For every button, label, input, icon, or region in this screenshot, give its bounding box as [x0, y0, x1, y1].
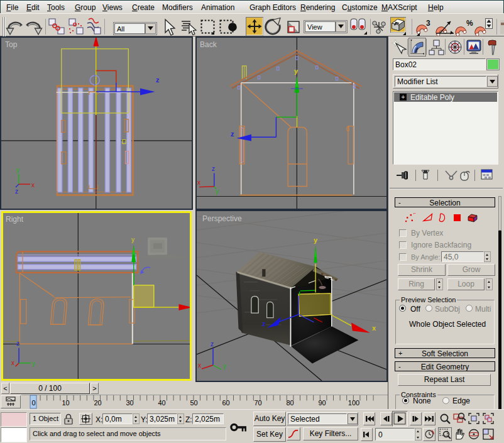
svg-text:80: 80: [286, 399, 293, 407]
svg-text:30: 30: [126, 399, 133, 407]
svg-text:Back: Back: [200, 40, 217, 49]
svg-text:y: y: [294, 67, 299, 75]
svg-text:Perspective: Perspective: [202, 214, 242, 223]
svg-text:70: 70: [254, 399, 261, 407]
svg-text:100: 100: [348, 399, 359, 407]
svg-text:Right: Right: [6, 215, 24, 224]
svg-text:y: y: [32, 360, 35, 367]
svg-text:z: z: [212, 165, 215, 172]
svg-text:%: %: [466, 19, 473, 28]
svg-text:y: y: [16, 167, 19, 173]
svg-text:All: All: [117, 25, 124, 33]
svg-text:x: x: [372, 324, 376, 332]
svg-text:y: y: [223, 363, 226, 369]
svg-text:z: z: [231, 130, 234, 138]
svg-text:y: y: [131, 236, 134, 243]
svg-text:z: z: [262, 320, 266, 327]
svg-text:10: 10: [62, 399, 69, 407]
svg-text:60: 60: [222, 399, 229, 407]
svg-text:40: 40: [158, 399, 165, 407]
svg-text:50: 50: [190, 399, 197, 407]
svg-text:z: z: [15, 188, 18, 195]
svg-text:3: 3: [426, 19, 430, 28]
svg-text:20: 20: [94, 399, 101, 407]
svg-text:0: 0: [31, 399, 35, 407]
svg-text:x: x: [31, 182, 35, 189]
svg-text:z: z: [211, 341, 214, 347]
svg-text:View: View: [307, 23, 322, 31]
svg-text:x: x: [198, 362, 201, 369]
svg-text:Top: Top: [5, 40, 18, 49]
svg-text:y: y: [314, 236, 318, 244]
svg-text:x: x: [11, 359, 14, 366]
svg-text:90: 90: [318, 399, 326, 407]
svg-text:y: y: [216, 188, 219, 195]
svg-text:z: z: [16, 340, 19, 347]
svg-text:z: z: [156, 76, 160, 84]
svg-text:x: x: [197, 179, 200, 186]
